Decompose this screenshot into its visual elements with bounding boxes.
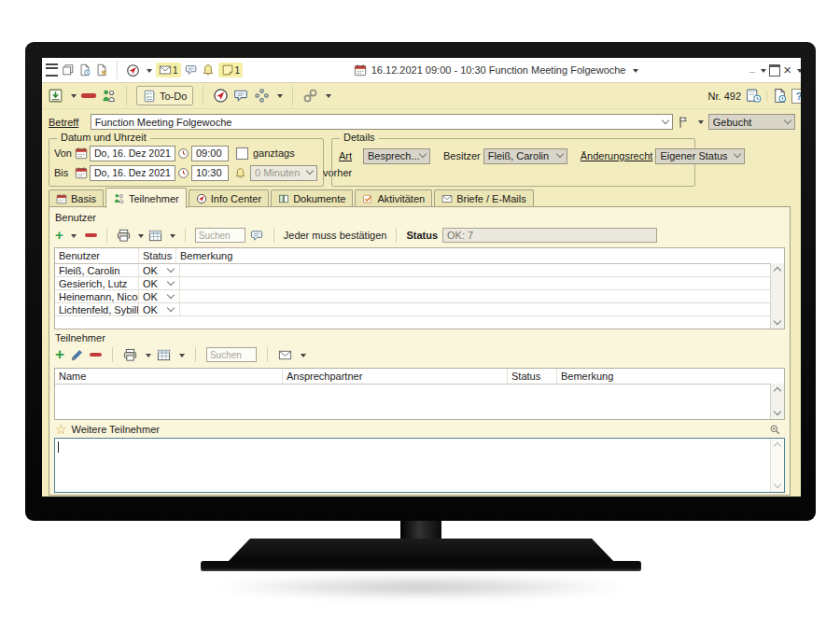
link-dropdown[interactable] [326, 94, 331, 101]
art-select[interactable]: Besprech... [363, 148, 430, 164]
todo-button[interactable]: To-Do [136, 86, 193, 105]
help-button[interactable]: ? [791, 89, 801, 104]
aenderungsrecht-select[interactable]: Eigener Status [655, 148, 745, 164]
tab-dokumente[interactable]: Dokumente [271, 189, 353, 207]
print-participants-button[interactable] [123, 348, 137, 362]
group-dropdown[interactable] [277, 94, 283, 101]
message-users-button[interactable] [250, 229, 264, 243]
ganztags-checkbox[interactable] [236, 147, 248, 160]
von-date-input[interactable]: Do, 16. Dez 2021 [90, 146, 175, 161]
betreff-label[interactable]: Betreff [49, 117, 86, 128]
reminder-select[interactable]: 0 Minuten [250, 165, 317, 181]
navigator-button[interactable] [213, 88, 229, 104]
tab-briefe-emails[interactable]: Briefe / E-Mails [434, 189, 534, 207]
print-users-dropdown[interactable] [138, 234, 144, 241]
recent-button[interactable] [772, 88, 788, 104]
booking-status-select[interactable]: Gebucht [708, 114, 795, 130]
flag-dropdown[interactable] [698, 120, 704, 127]
von-clock-icon[interactable] [177, 147, 189, 160]
recent-document-icon[interactable] [78, 63, 91, 77]
tab-basis[interactable]: Basis [49, 189, 104, 207]
favorites-document-icon[interactable] [95, 63, 108, 77]
print-participants-dropdown[interactable] [146, 354, 151, 360]
status-chevron-icon[interactable] [167, 277, 175, 285]
chat-icon[interactable] [185, 63, 198, 77]
von-calendar-icon[interactable] [75, 147, 88, 160]
benutzer-table-scrollbar[interactable] [770, 263, 784, 329]
main-menu-icon[interactable] [46, 63, 58, 77]
group-button[interactable] [254, 88, 270, 104]
title-dropdown[interactable] [633, 69, 638, 76]
benutzer-table-header[interactable]: Benutzer Status Bemerkung [55, 248, 784, 264]
betreff-input[interactable]: Function Meeting Folgewoche [91, 114, 673, 130]
minimize-dropdown[interactable] [761, 69, 766, 76]
export-participants-dropdown[interactable] [301, 354, 306, 360]
confirm-all-button[interactable]: Jeder muss bestätigen [284, 230, 387, 241]
navigator-icon[interactable] [126, 63, 140, 77]
minimize-button[interactable]: _ [749, 62, 755, 73]
zoom-icon[interactable] [769, 424, 781, 436]
remove-participant-button[interactable] [90, 353, 102, 357]
close-button[interactable]: × [783, 64, 791, 76]
table-row[interactable]: Fleiß, Carolin OK [55, 264, 784, 276]
table-view-button[interactable] [148, 229, 162, 243]
notes-notification[interactable]: 1 [218, 63, 244, 77]
betreff-chevron-icon[interactable] [662, 116, 669, 123]
maximize-button[interactable] [769, 64, 780, 77]
scroll-down-icon[interactable] [774, 317, 781, 325]
participants-table-view-dropdown[interactable] [179, 354, 185, 360]
bis-calendar-icon[interactable] [75, 166, 88, 179]
scroll-down-icon[interactable] [774, 408, 781, 415]
export-participants-button[interactable] [278, 348, 292, 362]
table-row[interactable]: Lichtenfeld, Sybille OK [55, 303, 784, 316]
aenderungsrecht-label[interactable]: Änderungsrecht [581, 150, 653, 161]
bis-clock-icon[interactable] [177, 167, 189, 179]
teilnehmer-table-header[interactable]: Name Ansprechpartner Status Bemerkung [55, 369, 784, 385]
bell-icon[interactable] [202, 63, 215, 77]
table-row[interactable]: Heinemann, Nicolas OK [55, 290, 784, 303]
bis-time-input[interactable]: 10:30 [191, 165, 229, 181]
status-chevron-icon[interactable] [167, 303, 175, 311]
status-chevron-icon[interactable] [167, 264, 175, 272]
add-participant-button[interactable]: + [55, 349, 64, 360]
participants-icon[interactable] [101, 88, 117, 104]
tab-info-center[interactable]: Info Center [189, 189, 269, 207]
scroll-down-icon[interactable] [774, 481, 781, 488]
participants-table-view-button[interactable] [157, 348, 171, 362]
navigator-dropdown[interactable] [147, 69, 152, 76]
scroll-up-icon[interactable] [774, 442, 781, 450]
remove-user-button[interactable] [85, 233, 97, 237]
edit-participant-button[interactable] [70, 348, 84, 362]
table-view-dropdown[interactable] [170, 234, 175, 241]
save-button[interactable] [48, 88, 63, 104]
scroll-up-icon[interactable] [774, 267, 781, 274]
close-dropdown[interactable] [797, 69, 801, 76]
delete-button[interactable] [81, 93, 96, 98]
weitere-teilnehmer-textarea[interactable] [54, 438, 785, 493]
reminder-bell-icon[interactable] [234, 167, 246, 179]
link-button[interactable] [302, 88, 318, 104]
teilnehmer-search-input[interactable] [206, 347, 257, 362]
mail-notification[interactable]: 1 [156, 63, 181, 77]
von-time-input[interactable]: 09:00 [191, 146, 229, 161]
besitzer-select[interactable]: Fleiß, Carolin [483, 148, 567, 164]
textarea-scrollbar[interactable] [770, 439, 784, 492]
chat-button[interactable] [233, 88, 249, 104]
flag-icon[interactable] [678, 116, 691, 129]
scroll-up-icon[interactable] [774, 387, 781, 395]
add-user-button[interactable]: + [55, 230, 63, 241]
add-user-dropdown[interactable] [71, 234, 77, 241]
window-title-group[interactable]: 16.12.2021 09:00 - 10:30 Function Meetin… [354, 63, 639, 77]
tab-aktivitaeten[interactable]: Aktivitäten [355, 189, 432, 207]
bis-date-input[interactable]: Do, 16. Dez 2021 [90, 165, 175, 181]
teilnehmer-table-scrollbar[interactable] [770, 384, 784, 419]
tab-teilnehmer[interactable]: Teilnehmer [105, 188, 187, 208]
table-row[interactable]: Gesierich, Lutz OK [55, 276, 784, 290]
windows-icon[interactable] [62, 63, 75, 77]
benutzer-search-input[interactable] [195, 228, 245, 243]
history-button[interactable] [746, 88, 762, 104]
art-label[interactable]: Art [339, 150, 363, 161]
save-dropdown[interactable] [71, 94, 77, 101]
status-chevron-icon[interactable] [167, 290, 175, 298]
print-users-button[interactable] [117, 229, 131, 243]
